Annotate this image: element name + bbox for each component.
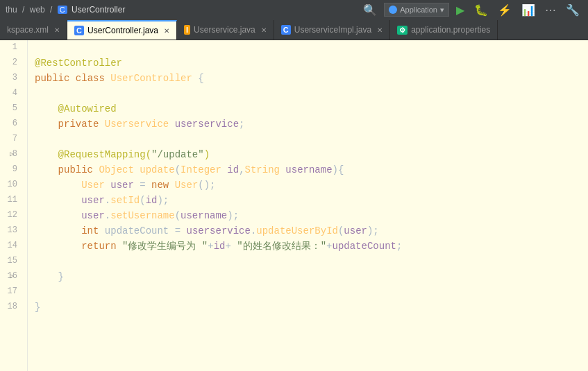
str-msg2: "的姓名修改结果：" [237, 239, 326, 254]
tab-userserviceimpl[interactable]: C UserserviceImpl.java ✕ [274, 20, 390, 40]
code-line-6: private Userservice userservice ; [35, 117, 588, 132]
var-updatecount: updateCount [105, 223, 169, 239]
gutter-9: 9 [6, 162, 22, 178]
gutter-3: 3 [6, 71, 22, 86]
code-line-16: } [35, 269, 588, 284]
method-setusername: setUsername [110, 208, 174, 223]
breadcrumb: thu / web / C UserController [6, 5, 125, 15]
tab-usercontroller-icon: C [74, 26, 84, 35]
run-button[interactable]: ▶ [453, 2, 467, 18]
gutter-16: 16 ▷ [6, 269, 22, 284]
tab-userserviceimpl-label: UserserviceImpl.java [294, 25, 371, 35]
config-label: Application [400, 6, 437, 14]
var-userservice2: userservice [186, 223, 250, 239]
code-line-12: user . setUsername ( username ); [35, 208, 588, 223]
var-user4: user [344, 223, 367, 239]
fold-arrow-16[interactable]: ▷ [7, 272, 17, 282]
annotation-requestmapping: @RequestMapping( [58, 147, 151, 162]
tab-userservice-label: Userservice.java [194, 25, 255, 35]
code-line-9: public Object update ( Integer id , Stri… [35, 162, 588, 178]
code-line-3: public class UserController { [35, 71, 588, 86]
breadcrumb-thu[interactable]: thu [6, 5, 17, 15]
search-icon[interactable]: 🔍 [360, 2, 380, 18]
gutter-17: 17 [6, 284, 22, 300]
classname-object: Object [99, 162, 133, 178]
method-updateuserbyid: updateUserById [256, 223, 338, 239]
gutter-10: 10 [6, 178, 22, 193]
toolbar-actions: 🔍 Application ▾ ▶ 🐛 ⚡ 📊 ⋯ 🔧 [360, 2, 582, 18]
gutter-1: 1 [6, 40, 22, 55]
annotation-autowired: @Autowired [58, 101, 117, 117]
tabs-bar: kspace.xml ✕ C UserController.java ✕ I U… [0, 19, 588, 40]
settings-icon[interactable]: 🔧 [563, 2, 582, 18]
code-content[interactable]: @RestController public class UserControl… [28, 40, 588, 371]
tab-appprops[interactable]: ⚙ application.properties [390, 20, 498, 40]
code-line-2: @RestController [35, 55, 588, 71]
tab-usercontroller[interactable]: C UserController.java ✕ [67, 20, 177, 40]
classname-usercontroller: UserController [110, 71, 192, 86]
code-line-15 [35, 254, 588, 269]
kw-return: return [81, 239, 116, 254]
var-username2: username [180, 208, 227, 223]
var-id3: id [214, 239, 226, 254]
kw-class: class [76, 71, 105, 86]
run-config-dropdown[interactable]: Application ▾ [384, 3, 449, 17]
gutter-5: 5 [6, 101, 22, 117]
code-line-8: @RequestMapping("/update") [35, 147, 588, 162]
breadcrumb-web[interactable]: web [30, 5, 45, 15]
code-line-10: User user = new User (); [35, 178, 588, 193]
kw-new: new [151, 178, 169, 193]
config-icon [389, 6, 397, 14]
tab-userservice-icon: I [184, 25, 190, 35]
breadcrumb-class[interactable]: UserController [72, 5, 125, 15]
classname-string: String [245, 162, 280, 178]
tab-kspace[interactable]: kspace.xml ✕ [0, 20, 67, 40]
code-line-14: return "修改学生编号为 " + id + "的姓名修改结果：" + up… [35, 239, 588, 254]
coverage-button[interactable]: ⚡ [495, 2, 514, 18]
var-user2: user [81, 193, 105, 208]
gutter-12: 12 [6, 208, 22, 223]
var-user: user [110, 178, 134, 193]
var-id2: id [146, 193, 158, 208]
gutter-2: 2 [6, 55, 22, 71]
profile-button[interactable]: 📊 [519, 2, 538, 18]
top-bar: thu / web / C UserController 🔍 Applicati… [0, 0, 588, 19]
method-update: update [140, 162, 174, 178]
var-username: username [285, 162, 332, 178]
str-msg1: "修改学生编号为 " [122, 239, 208, 254]
gutter-7: 7 [6, 132, 22, 147]
code-line-13: int updateCount = userservice . updateUs… [35, 223, 588, 239]
more-button[interactable]: ⋯ [542, 2, 559, 18]
code-line-17 [35, 284, 588, 300]
fold-arrow-8[interactable]: ▷ [7, 150, 17, 159]
method-setid: setId [110, 193, 140, 208]
tab-appprops-icon: ⚙ [397, 26, 408, 35]
annotation-restcontroller: @RestController [35, 55, 122, 71]
tab-kspace-close[interactable]: ✕ [54, 26, 60, 34]
kw-int: int [81, 223, 99, 239]
debug-button[interactable]: 🐛 [471, 2, 491, 18]
code-line-11: user . setId ( id ); [35, 193, 588, 208]
gutter-14: 14 [6, 239, 22, 254]
classname-user: User [81, 178, 105, 193]
dropdown-arrow: ▾ [440, 6, 444, 15]
gutter-8: 8 ▷ [6, 147, 22, 162]
code-line-4 [35, 86, 588, 101]
code-line-1 [35, 40, 588, 55]
tab-userserviceimpl-close[interactable]: ✕ [377, 26, 383, 34]
kw-public2: public [58, 162, 93, 178]
classname-userservice: Userservice [105, 117, 169, 132]
code-line-5: @Autowired [35, 101, 588, 117]
tab-userservice-close[interactable]: ✕ [261, 26, 267, 34]
gutter-6: 6 [6, 117, 22, 132]
tab-usercontroller-close[interactable]: ✕ [164, 27, 169, 35]
gutter-11: 11 [6, 193, 22, 208]
tab-kspace-label: kspace.xml [7, 25, 49, 35]
tab-userservice[interactable]: I Userservice.java ✕ [177, 20, 274, 40]
gutter-15: 15 [6, 254, 22, 269]
line-numbers: 1 2 3 4 5 6 7 8 ▷ 9 10 11 12 13 14 15 16… [0, 40, 28, 371]
breadcrumb-icon: C [58, 6, 67, 14]
var-updatecount2: updateCount [333, 239, 396, 254]
gutter-13: 13 [6, 223, 22, 239]
var-user3: user [81, 208, 105, 223]
